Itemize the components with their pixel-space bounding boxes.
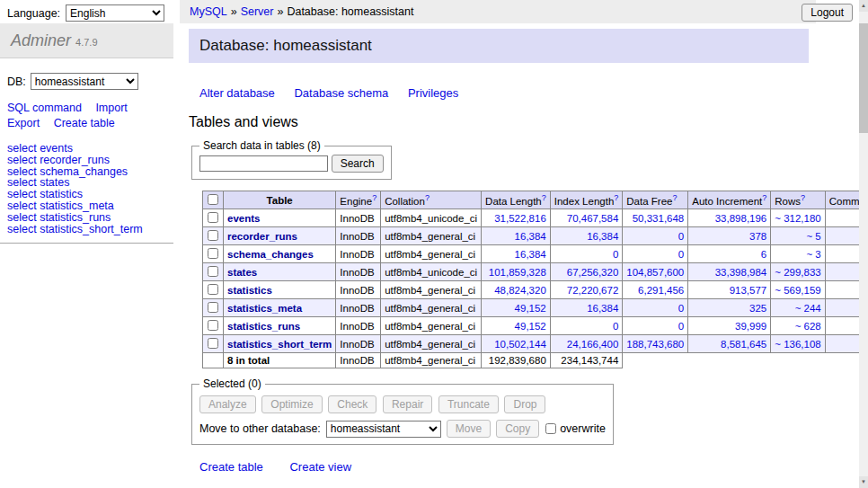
help-icon[interactable]: ? xyxy=(672,193,677,202)
data-length-link[interactable]: 31,522,816 xyxy=(494,213,546,224)
data-free-link[interactable]: 6,291,456 xyxy=(638,285,684,296)
row-checkbox[interactable] xyxy=(208,302,218,313)
rows-count-link[interactable]: ~ 244 xyxy=(795,303,821,314)
sidebar-item-select-recorder-runs[interactable]: select recorder_runs xyxy=(7,155,166,166)
truncate-button[interactable]: Truncate xyxy=(438,395,499,413)
rows-count-link[interactable]: ~ 299,833 xyxy=(775,267,820,278)
data-length-link[interactable]: 48,824,320 xyxy=(494,285,546,296)
check-button[interactable]: Check xyxy=(328,395,376,413)
index-length-link[interactable]: 24,166,400 xyxy=(567,339,619,350)
table-link[interactable]: schema_changes xyxy=(227,249,314,260)
sidebar-link-create-table[interactable]: Create table xyxy=(54,117,115,129)
row-checkbox[interactable] xyxy=(208,320,218,331)
drop-button[interactable]: Drop xyxy=(504,395,545,413)
sidebar-item-select-statistics-meta[interactable]: select statistics_meta xyxy=(7,200,166,212)
help-icon[interactable]: ? xyxy=(425,193,430,202)
rows-count-link[interactable]: ~ 5 xyxy=(806,231,820,242)
auto-increment-link[interactable]: 378 xyxy=(749,231,766,242)
rows-count-link[interactable]: ~ 569,159 xyxy=(775,285,820,296)
breadcrumb-mysql-link[interactable]: MySQL xyxy=(190,5,227,18)
auto-increment-link[interactable]: 33,898,196 xyxy=(715,213,767,224)
breadcrumb-server-link[interactable]: Server xyxy=(241,5,274,18)
auto-increment-link[interactable]: 8,581,645 xyxy=(721,339,766,350)
move-button[interactable]: Move xyxy=(447,420,491,438)
row-checkbox[interactable] xyxy=(208,338,218,349)
data-length-link[interactable]: 16,384 xyxy=(515,249,546,260)
overwrite-checkbox[interactable] xyxy=(545,423,556,434)
data-free-link[interactable]: 188,743,680 xyxy=(626,339,684,350)
table-link[interactable]: statistics_runs xyxy=(227,321,300,332)
table-link[interactable]: recorder_runs xyxy=(227,231,297,242)
auto-increment-link[interactable]: 39,999 xyxy=(735,321,766,332)
index-length-link[interactable]: 0 xyxy=(613,321,618,332)
create-table-link[interactable]: Create table xyxy=(199,460,263,474)
db-select[interactable]: homeassistant xyxy=(31,73,138,90)
sidebar-item-select-events[interactable]: select events xyxy=(7,143,166,155)
app-name[interactable]: Adminer xyxy=(11,31,71,49)
scrollbar-thumb[interactable] xyxy=(859,23,868,133)
data-length-link[interactable]: 16,384 xyxy=(515,231,546,242)
table-link[interactable]: events xyxy=(227,213,260,224)
data-length-link[interactable]: 101,859,328 xyxy=(489,267,546,278)
help-icon[interactable]: ? xyxy=(762,193,766,202)
help-icon[interactable]: ? xyxy=(801,193,805,202)
data-length-link[interactable]: 49,152 xyxy=(515,321,546,332)
data-free-link[interactable]: 0 xyxy=(678,321,684,332)
help-icon[interactable]: ? xyxy=(372,193,376,202)
repair-button[interactable]: Repair xyxy=(383,395,432,413)
auto-increment-link[interactable]: 33,398,984 xyxy=(715,267,767,278)
optimize-button[interactable]: Optimize xyxy=(261,395,322,413)
data-free-link[interactable]: 0 xyxy=(678,231,684,242)
sidebar-link-import[interactable]: Import xyxy=(95,102,127,114)
index-length-link[interactable]: 70,467,584 xyxy=(567,213,619,224)
privileges-link[interactable]: Privileges xyxy=(408,86,458,100)
index-length-link[interactable]: 67,256,320 xyxy=(567,267,619,278)
logout-button[interactable]: Logout xyxy=(802,4,853,22)
copy-button[interactable]: Copy xyxy=(496,420,539,438)
help-icon[interactable]: ? xyxy=(542,193,546,202)
select-all-checkbox[interactable] xyxy=(208,194,218,205)
scrollbar[interactable]: ▲ ▼ xyxy=(859,0,868,488)
auto-increment-link[interactable]: 325 xyxy=(749,303,766,314)
help-icon[interactable]: ? xyxy=(614,193,618,202)
data-free-link[interactable]: 104,857,600 xyxy=(626,267,684,278)
data-length-link[interactable]: 49,152 xyxy=(515,303,546,314)
alter-database-link[interactable]: Alter database xyxy=(199,86,275,100)
scroll-up-icon[interactable]: ▲ xyxy=(859,0,868,12)
auto-increment-link[interactable]: 6 xyxy=(761,249,766,260)
sidebar-link-export[interactable]: Export xyxy=(7,117,40,129)
search-input[interactable] xyxy=(199,155,328,172)
search-button[interactable]: Search xyxy=(332,155,384,173)
row-checkbox[interactable] xyxy=(208,266,218,277)
index-length-link[interactable]: 16,384 xyxy=(587,231,618,242)
data-length-link[interactable]: 10,502,144 xyxy=(494,339,546,350)
rows-count-link[interactable]: ~ 136,108 xyxy=(775,339,820,350)
analyze-button[interactable]: Analyze xyxy=(199,395,256,413)
move-database-select[interactable]: homeassistant xyxy=(326,421,441,438)
data-free-link[interactable]: 0 xyxy=(678,303,684,314)
data-free-link[interactable]: 0 xyxy=(678,249,684,260)
rows-count-link[interactable]: ~ 312,180 xyxy=(775,213,820,224)
index-length-link[interactable]: 16,384 xyxy=(587,303,618,314)
sidebar-item-select-statistics-short-term[interactable]: select statistics_short_term xyxy=(7,224,166,235)
sidebar-item-select-statistics-runs[interactable]: select statistics_runs xyxy=(7,212,166,224)
sidebar-link-sql-command[interactable]: SQL command xyxy=(7,102,82,114)
index-length-link[interactable]: 0 xyxy=(613,249,618,260)
database-schema-link[interactable]: Database schema xyxy=(294,86,388,100)
row-checkbox[interactable] xyxy=(208,212,218,223)
table-link[interactable]: states xyxy=(227,267,257,278)
row-checkbox[interactable] xyxy=(208,284,218,295)
language-select[interactable]: English xyxy=(66,4,164,22)
table-link[interactable]: statistics xyxy=(227,285,272,296)
table-link[interactable]: statistics_short_term xyxy=(227,339,332,350)
auto-increment-link[interactable]: 913,577 xyxy=(730,285,767,296)
row-checkbox[interactable] xyxy=(208,248,218,259)
data-free-link[interactable]: 50,331,648 xyxy=(633,213,685,224)
row-checkbox[interactable] xyxy=(208,230,218,241)
scroll-down-icon[interactable]: ▼ xyxy=(859,476,868,488)
rows-count-link[interactable]: ~ 628 xyxy=(795,321,821,332)
rows-count-link[interactable]: ~ 3 xyxy=(806,249,820,260)
create-view-link[interactable]: Create view xyxy=(289,460,351,474)
table-link[interactable]: statistics_meta xyxy=(227,303,302,314)
index-length-link[interactable]: 72,220,672 xyxy=(567,285,619,296)
